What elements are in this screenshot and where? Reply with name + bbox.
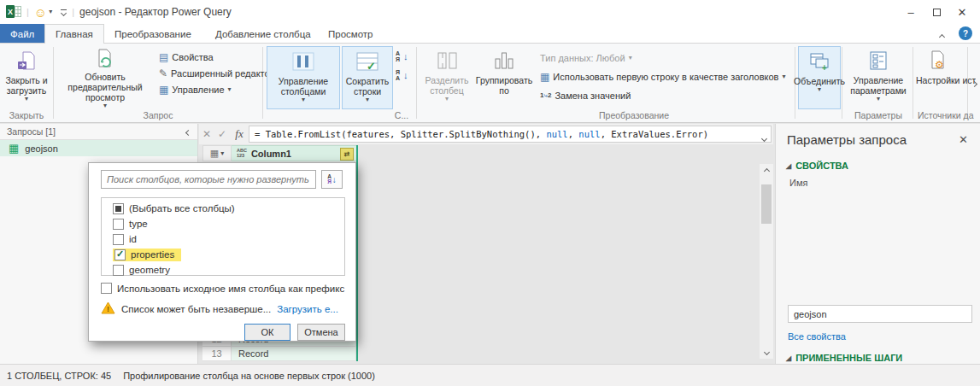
checkbox-unchecked-icon[interactable] [113,265,124,276]
list-item-type[interactable]: type [102,216,344,231]
section-applied-steps[interactable]: ◢ПРИМЕНЕННЫЕ ШАГИ [786,353,902,363]
table-corner-button[interactable]: ▦▾ [202,145,232,161]
table-icon: ▦ [210,149,219,158]
minimize-button[interactable]: – [898,3,924,21]
manage-query-button[interactable]: ▦Управление▾ [159,82,232,96]
query-item-geojson[interactable]: ▦ geojson [0,140,197,156]
list-item-id[interactable]: id [102,231,344,247]
ribbon: Закрыть и загрузить▾ Закрыть Обновить пр… [0,43,980,123]
queries-pane-collapse-icon[interactable] [186,126,191,137]
list-item-geometry[interactable]: geometry [102,262,344,278]
any-type-icon: ABC123 [237,149,247,158]
expand-column-icon[interactable]: ⇄ [340,148,354,161]
load-more-link[interactable]: Загрузить е... [277,304,338,314]
column-header-column1[interactable]: ABC123 Column1 ⇄ [232,145,356,161]
section-expanded-icon: ◢ [786,162,791,170]
tab-view[interactable]: Просмотр [318,24,384,44]
group-by-button[interactable]: Группировать по [475,46,533,109]
qat-customize-icon[interactable] [61,9,67,15]
manage-columns-button[interactable]: Управление столбцами▾ [267,46,340,109]
advanced-editor-button[interactable]: ✎Расширенный редактор [159,66,275,80]
column-search-input[interactable] [101,170,316,189]
formula-input[interactable]: = Table.FromList(features, Splitter.Spli… [249,126,772,143]
status-profiling[interactable]: Профилирование столбца на основе первых … [123,371,375,381]
warning-row: ! Список может быть незаверше... Загрузи… [101,301,338,316]
sort-descending-button[interactable]: ЯА↓ [396,67,408,82]
checkbox-indeterminate-icon[interactable] [113,203,124,214]
all-properties-link[interactable]: Все свойства [788,331,846,342]
selected-column-border [356,145,358,361]
checkbox-unchecked-icon[interactable] [113,219,124,230]
data-source-settings-button[interactable]: ⚙ Настройки источника данных [916,46,976,109]
list-item-select-all[interactable]: (Выбрать все столбцы) [102,201,344,216]
status-column-count: 1 СТОЛБЕЦ, СТРОК: 45 [7,371,111,381]
refresh-preview-button[interactable]: Обновить предварительный просмотр▾ [56,46,154,109]
data-type-button[interactable]: Тип данных: Любой▾ [540,50,632,65]
group-label-transform: Преобразование [540,110,728,120]
tab-file[interactable]: Файл [0,24,44,44]
warning-icon: ! [101,301,115,316]
checkbox-unchecked-icon[interactable] [113,234,124,245]
formula-accept-icon[interactable]: ✓ [214,128,230,140]
combine-icon: + [809,50,830,73]
manage-parameters-icon [868,49,889,73]
checkbox-checked-icon[interactable] [114,249,126,260]
table-row[interactable]: Record [232,347,356,361]
query-settings-pane: Параметры запроса ✕ ◢СВОЙСТВА Имя Все св… [775,124,980,364]
split-column-button[interactable]: Разделить столбец▾ [420,46,473,109]
manage-columns-icon [292,50,314,73]
dropdown-caret-icon: ▾ [629,55,632,61]
data-source-settings-icon: ⚙ [928,49,948,73]
cancel-button[interactable]: Отмена [297,324,345,341]
scrollbar-thumb[interactable] [761,184,772,224]
replace-values-button[interactable]: 1⤷2Замена значений [540,88,631,102]
dialog-sort-button[interactable]: АЯ↓ [321,170,343,189]
settings-pane-close-icon[interactable]: ✕ [959,133,968,146]
svg-text:+: + [822,63,827,72]
row-number: 13 [202,347,232,361]
properties-button[interactable]: ▤Свойства [159,50,214,64]
svg-text:✓: ✓ [367,60,376,72]
divider: | [26,7,29,17]
use-first-row-as-headers-button[interactable]: ▦Использовать первую строку в качестве з… [540,69,785,84]
dropdown-caret-icon: ▾ [220,150,224,157]
column-list: (Выбрать все столбцы) type id properties… [101,197,345,276]
ribbon-collapse-icon[interactable] [940,31,944,41]
queries-pane-header: Запросы [1] [7,126,56,137]
tab-transform[interactable]: Преобразование [104,24,202,44]
feedback-smiley-icon[interactable]: ☺ [34,6,47,19]
combine-button[interactable]: + Объединить▾ [798,46,841,109]
formula-cancel-icon[interactable]: ✕ [199,128,214,140]
close-and-load-button[interactable]: Закрыть и загрузить▾ [2,46,51,109]
scroll-up-icon[interactable] [760,164,773,178]
dropdown-caret-icon: ▾ [445,96,449,102]
preview-vertical-scrollbar[interactable] [760,164,773,359]
list-item-properties[interactable]: properties [102,247,344,262]
maximize-button[interactable] [924,3,949,21]
prefix-checkbox-row[interactable]: Использовать исходное имя столбца как пр… [101,283,344,294]
formula-expand-icon[interactable] [762,132,766,143]
smiley-dropdown-icon[interactable]: ▾ [49,9,52,15]
reduce-rows-icon: ✓ [356,50,379,73]
section-properties[interactable]: ◢СВОЙСТВА [786,161,980,171]
manage-parameters-button[interactable]: Управление параметрами▾ [846,46,911,109]
sort-ascending-button[interactable]: АЯ↓ [396,49,408,63]
query-name-input[interactable] [788,305,972,323]
reduce-rows-button[interactable]: ✓ Сократить строки▾ [342,46,393,109]
checkbox-unchecked-icon[interactable] [101,283,112,294]
tab-home[interactable]: Главная [44,24,104,44]
sort-desc-icon: ЯА [396,69,400,81]
section-expanded-icon: ◢ [786,354,791,362]
group-by-icon [493,49,515,73]
ok-button[interactable]: ОК [244,324,290,341]
split-column-icon [436,49,458,73]
tab-add-column[interactable]: Добавление столбца [205,24,321,44]
group-label-query: Запрос [56,110,260,120]
close-button[interactable]: ✕ [949,3,975,21]
replace-values-icon: 1⤷2 [540,92,551,99]
ribbon-overflow-icon[interactable] [972,78,977,88]
scroll-down-icon[interactable] [760,345,773,359]
manage-icon: ▦ [159,85,168,95]
group-label-data-sources: Источники да [918,110,979,120]
help-icon[interactable]: ? [959,26,972,40]
